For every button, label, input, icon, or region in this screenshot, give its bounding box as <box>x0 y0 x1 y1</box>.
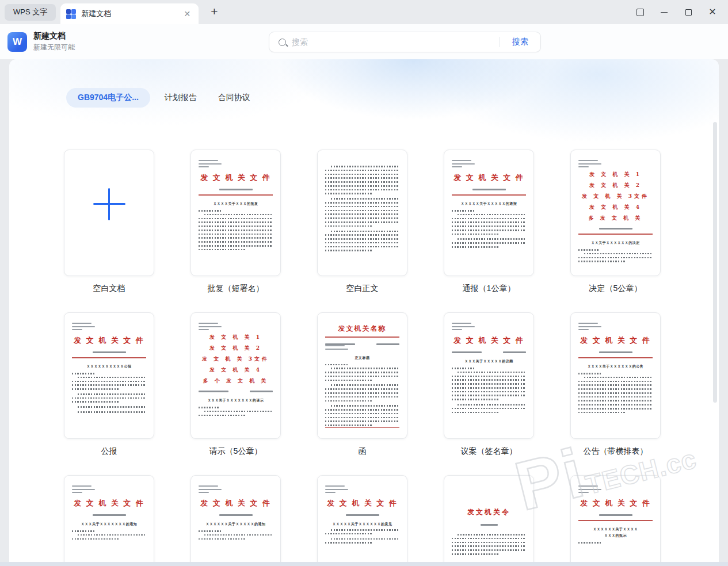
template-card[interactable]: 发 文 机 关 文 件ＸＸＸＸ关于ＸＸＸＸＸＸ的公告 <box>570 312 661 439</box>
scrollbar-thumb[interactable] <box>713 122 717 403</box>
text-line <box>452 379 526 381</box>
doc-red-head: 发 文 机 关 文 件 <box>199 498 273 508</box>
text-line <box>452 242 526 244</box>
meta-line <box>199 485 218 487</box>
template-cell-1[interactable]: 空白文档 <box>64 150 154 294</box>
new-tab-button[interactable]: + <box>207 5 221 20</box>
template-card[interactable]: 发 文 机 关 文 件ＸＸＸＸ关于ＸＸＸ的批复 <box>190 150 281 276</box>
category-tab-3[interactable]: 合同协议 <box>211 88 257 108</box>
search-box[interactable]: 搜索 <box>269 32 541 52</box>
template-card[interactable] <box>64 150 154 276</box>
text-line <box>72 384 146 386</box>
template-card[interactable]: 发 文 机 关 文 件ＸＸＸＸＸ关于ＸＸＸＸＸ的通报 <box>444 150 534 276</box>
meta-line <box>578 160 598 161</box>
text-line <box>325 189 399 191</box>
dateline-text <box>219 189 253 190</box>
template-card[interactable]: 发 文 机 关 文 件ＸＸＸＸＸＸ关于ＸＸＸＸＸ的通知 <box>190 475 281 566</box>
template-card[interactable] <box>317 150 407 276</box>
doc-red-head: 发 文 机 关 1 <box>578 171 653 178</box>
text-line <box>452 221 526 223</box>
tabs-overview-button[interactable] <box>628 0 652 24</box>
document-tab[interactable]: 新建文档 ✕ <box>60 3 199 24</box>
body-text <box>578 249 653 266</box>
search-input[interactable] <box>292 37 500 47</box>
page-subtitle: 新建无限可能 <box>33 43 75 52</box>
doc-red-head: 发 文 机 关 3文件 <box>578 193 653 200</box>
text-line <box>325 206 399 208</box>
text-line <box>199 237 273 239</box>
text-line <box>72 397 146 399</box>
text-line <box>458 404 526 406</box>
template-cell-6[interactable]: 发 文 机 关 文 件ＸＸＸＸＸＸＸＸＸＸ公报公报 <box>64 312 154 457</box>
template-card[interactable]: 发 文 机 关 文 件ＸＸＸＸＸＸ关于ＸＸＸＸＸＸＸ的批示 <box>570 475 661 566</box>
template-label: 空白文档 <box>64 284 154 294</box>
template-card[interactable]: 发 文 机 关 1发 文 机 关 2发 文 机 关 3文件发 文 机 关 4多 … <box>190 312 281 439</box>
letterhead-double-rule <box>325 336 399 338</box>
thumb-doc-title: ＸＸＸＸＸ关于ＸＸＸＸＸＸ的意见 <box>325 522 399 527</box>
doc-red-head: 发 文 机 关 文 件 <box>72 498 146 508</box>
template-card[interactable]: 发 文 机 关 文 件ＸＸＸ关于ＸＸＸＸＸ的议案 <box>444 312 534 439</box>
template-cell-15[interactable]: 发 文 机 关 文 件ＸＸＸＸＸＸ关于ＸＸＸＸＸＸＸ的批示 <box>570 475 661 566</box>
meta-row <box>325 343 399 345</box>
template-label: 空白正文 <box>317 284 407 294</box>
body-text <box>199 407 273 419</box>
text-line <box>72 538 120 540</box>
template-cell-7[interactable]: 发 文 机 关 1发 文 机 关 2发 文 机 关 3文件发 文 机 关 4多 … <box>190 312 281 457</box>
template-card[interactable]: 发 文 机 关 文 件ＸＸＸＸＸＸＸＸＸＸ公报 <box>64 312 154 439</box>
template-card[interactable]: 发文机关名称正文标题 <box>317 312 407 439</box>
meta-line <box>199 160 218 161</box>
template-label: 通报（1公章） <box>444 284 534 294</box>
text-line <box>578 542 601 544</box>
dateline-text <box>599 514 632 516</box>
search-button[interactable]: 搜索 <box>500 37 540 47</box>
text-line <box>325 185 399 187</box>
text-line <box>325 177 399 179</box>
template-card[interactable]: 发 文 机 关 1发 文 机 关 2发 文 机 关 3文件发 文 机 关 4多 … <box>570 150 661 276</box>
template-cell-14[interactable]: 发文机关令 <box>444 475 534 566</box>
template-card[interactable]: 发 文 机 关 文 件ＸＸＸ关于ＸＸＸＸＸＸＸ的通知 <box>64 475 154 566</box>
wps-app-button[interactable]: WPS 文字 <box>5 4 56 21</box>
template-card[interactable]: 发文机关令 <box>444 475 534 566</box>
template-cell-13[interactable]: 发 文 机 关 文 件ＸＸＸＸＸ关于ＸＸＸＸＸＸ的意见 <box>317 475 407 566</box>
body-text <box>452 368 526 416</box>
text-line <box>452 408 526 410</box>
text-line <box>72 401 120 403</box>
body-text <box>452 534 526 559</box>
tab-close-icon[interactable]: ✕ <box>182 8 193 20</box>
text-line <box>331 529 399 531</box>
template-cell-2[interactable]: 发 文 机 关 文 件ＸＸＸＸ关于ＸＸＸ的批复批复（短署名） <box>190 150 281 294</box>
maximize-button[interactable] <box>676 0 700 24</box>
category-tab-1[interactable]: GB9704电子公... <box>66 88 150 108</box>
template-cell-11[interactable]: 发 文 机 关 文 件ＸＸＸ关于ＸＸＸＸＸＸＸ的通知 <box>64 475 154 566</box>
template-cell-3[interactable]: 空白正文 <box>317 150 407 294</box>
template-cell-5[interactable]: 发 文 机 关 1发 文 机 关 2发 文 机 关 3文件发 文 机 关 4多 … <box>570 150 661 294</box>
text-line <box>452 538 526 540</box>
text-line <box>452 542 526 544</box>
text-line <box>578 381 653 383</box>
template-cell-10[interactable]: 发 文 机 关 文 件ＸＸＸＸ关于ＸＸＸＸＸＸ的公告公告（带横排表） <box>570 312 661 457</box>
doc-red-head: 发 文 机 关 文 件 <box>199 173 273 183</box>
red-separator-rule <box>578 357 653 358</box>
text-line <box>452 549 526 551</box>
template-cell-4[interactable]: 发 文 机 关 文 件ＸＸＸＸＸ关于ＸＸＸＸＸ的通报通报（1公章） <box>444 150 534 294</box>
text-line <box>452 210 474 212</box>
template-card[interactable]: 发 文 机 关 文 件ＸＸＸＸＸ关于ＸＸＸＸＸＸ的意见 <box>317 475 407 566</box>
category-tab-2[interactable]: 计划报告 <box>158 88 204 108</box>
close-button[interactable]: ✕ <box>700 0 725 24</box>
meta-line <box>452 160 471 161</box>
template-cell-9[interactable]: 发 文 机 关 文 件ＸＸＸ关于ＸＸＸＸＸ的议案议案（签名章） <box>444 312 534 457</box>
meta-line <box>578 492 589 493</box>
text-line <box>325 246 399 248</box>
doc-red-head: 发 文 机 关 文 件 <box>72 335 146 346</box>
template-cell-12[interactable]: 发 文 机 关 文 件ＸＸＸＸＸＸ关于ＸＸＸＸＸ的通知 <box>190 475 281 566</box>
meta-line <box>325 489 348 490</box>
text-line <box>72 373 94 374</box>
minimize-button[interactable] <box>652 0 676 24</box>
text-line <box>325 210 399 212</box>
template-cell-8[interactable]: 发文机关名称正文标题函 <box>317 312 407 457</box>
text-line <box>452 399 500 400</box>
doc-red-head: 多 个 发 文 机 关 <box>199 377 273 385</box>
doc-red-head: 发 文 机 关 文 件 <box>325 498 399 508</box>
red-separator-rule <box>199 194 273 196</box>
thumb-doc-title: ＸＸＸＸＸＸ关于ＸＸＸＸ <box>578 527 653 532</box>
